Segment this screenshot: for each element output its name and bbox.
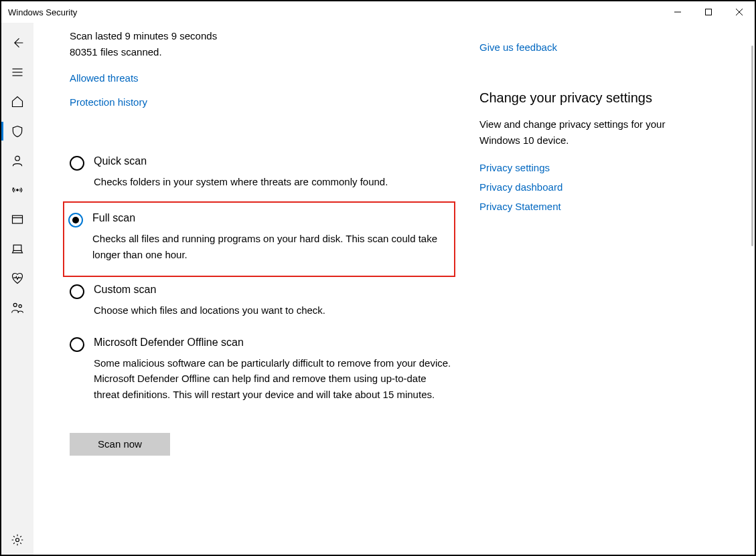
laptop-icon <box>11 242 24 256</box>
option-quick-scan[interactable]: Quick scan Checks folders in your system… <box>70 149 455 201</box>
svg-point-7 <box>15 156 20 161</box>
svg-point-12 <box>13 303 17 306</box>
main-content: Scan lasted 9 minutes 9 seconds 80351 fi… <box>33 28 455 555</box>
option-desc: Checks folders in your system where thre… <box>94 174 451 189</box>
minimize-icon <box>674 9 681 15</box>
maximize-icon <box>705 9 712 15</box>
svg-point-13 <box>19 304 21 307</box>
shield-icon <box>11 124 24 138</box>
windows-security-window: Windows Security <box>0 0 756 556</box>
radio-full-scan[interactable] <box>68 213 83 227</box>
app-window-icon <box>11 213 24 226</box>
gear-icon <box>11 533 24 547</box>
option-title: Quick scan <box>94 155 451 167</box>
option-title: Full scan <box>92 212 450 224</box>
option-title: Microsoft Defender Offline scan <box>94 337 451 349</box>
files-scanned: 80351 files scanned. <box>70 44 455 60</box>
family-icon <box>11 301 24 314</box>
svg-point-8 <box>17 189 19 191</box>
close-icon <box>736 9 743 15</box>
scrollbar[interactable] <box>751 45 753 246</box>
nav-device-security[interactable] <box>1 234 33 264</box>
close-button[interactable] <box>724 1 755 23</box>
radio-custom-scan[interactable] <box>70 284 84 299</box>
option-desc: Checks all files and running programs on… <box>92 231 450 262</box>
radio-quick-scan[interactable] <box>70 156 84 171</box>
privacy-dashboard-link[interactable]: Privacy dashboard <box>479 181 739 193</box>
nav-app-browser[interactable] <box>1 205 33 234</box>
titlebar: Windows Security <box>1 1 755 23</box>
svg-point-14 <box>16 539 19 542</box>
privacy-heading: Change your privacy settings <box>479 90 739 106</box>
nav-account-protection[interactable] <box>1 146 33 175</box>
scan-options: Quick scan Checks folders in your system… <box>70 149 455 414</box>
nav-rail <box>1 23 33 555</box>
heart-icon <box>11 272 24 285</box>
scan-now-button[interactable]: Scan now <box>70 433 170 456</box>
minimize-button[interactable] <box>662 1 693 23</box>
hamburger-icon <box>11 66 24 79</box>
side-panel: Give us feedback Change your privacy set… <box>455 28 755 555</box>
scan-duration: Scan lasted 9 minutes 9 seconds <box>70 28 455 44</box>
nav-home[interactable] <box>1 87 33 116</box>
nav-device-performance[interactable] <box>1 264 33 293</box>
window-title: Windows Security <box>8 7 77 17</box>
wifi-icon <box>11 183 24 197</box>
svg-rect-9 <box>13 215 23 223</box>
person-icon <box>11 154 24 167</box>
radio-offline-scan[interactable] <box>70 337 84 352</box>
window-controls <box>662 1 755 23</box>
svg-rect-11 <box>13 245 21 250</box>
svg-rect-1 <box>706 9 712 15</box>
privacy-statement-link[interactable]: Privacy Statement <box>479 201 739 212</box>
maximize-button[interactable] <box>693 1 724 23</box>
back-button[interactable] <box>1 28 33 58</box>
feedback-link[interactable]: Give us feedback <box>479 41 739 53</box>
option-offline-scan[interactable]: Microsoft Defender Offline scan Some mal… <box>70 330 455 414</box>
nav-settings[interactable] <box>1 525 33 555</box>
nav-family-options[interactable] <box>1 293 33 322</box>
option-full-scan[interactable]: Full scan Checks all files and running p… <box>63 201 455 277</box>
nav-firewall[interactable] <box>1 175 33 205</box>
option-custom-scan[interactable]: Custom scan Choose which files and locat… <box>70 277 455 330</box>
protection-history-link[interactable]: Protection history <box>70 96 147 108</box>
allowed-threats-link[interactable]: Allowed threats <box>70 72 139 84</box>
option-desc: Choose which files and locations you wan… <box>94 302 451 318</box>
option-title: Custom scan <box>94 284 451 296</box>
option-desc: Some malicious software can be particula… <box>94 355 451 402</box>
privacy-settings-link[interactable]: Privacy settings <box>479 162 739 173</box>
home-icon <box>11 95 24 108</box>
back-arrow-icon <box>11 36 24 50</box>
privacy-desc: View and change privacy settings for you… <box>479 116 667 149</box>
hamburger-button[interactable] <box>1 58 33 87</box>
nav-virus-protection[interactable] <box>1 116 33 146</box>
